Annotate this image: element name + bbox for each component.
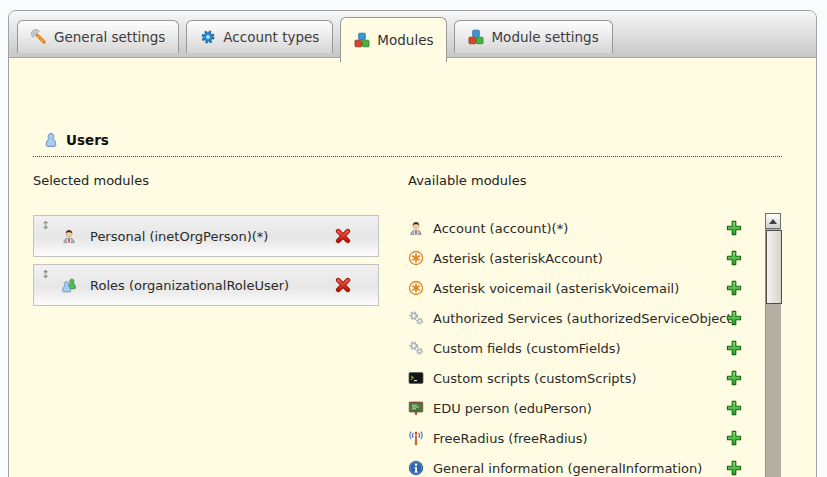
module-label: Asterisk voicemail (asteriskVoicemail) xyxy=(433,281,725,296)
tab-general-settings[interactable]: General settings xyxy=(17,20,179,53)
tab-modules[interactable]: Modules xyxy=(340,17,447,62)
asterisk-icon xyxy=(408,280,424,296)
drag-handle-icon[interactable]: ↕ xyxy=(41,219,56,232)
green-plus-icon xyxy=(726,400,742,416)
drag-handle-icon[interactable]: ↕ xyxy=(41,268,56,281)
tab-bar: General settings Account types Modules M… xyxy=(9,11,816,58)
red-x-icon xyxy=(335,277,351,293)
chalkboard-icon xyxy=(408,400,424,416)
scrollbar-track[interactable] xyxy=(765,229,781,477)
add-module-button[interactable] xyxy=(726,250,742,266)
green-plus-icon xyxy=(726,310,742,326)
tab-module-settings[interactable]: Module settings xyxy=(454,20,612,53)
add-module-button[interactable] xyxy=(726,430,742,446)
available-modules-panel: Available modules Account (account)(*) A… xyxy=(408,173,781,477)
green-plus-icon xyxy=(726,250,742,266)
module-label: Personal (inetOrgPerson)(*) xyxy=(90,229,330,244)
selected-modules-list: ↕ Personal (inetOrgPerson)(*) ↕ Roles (o… xyxy=(33,215,379,306)
user-icon xyxy=(43,132,59,148)
selected-module-row: ↕ Roles (organizationalRoleUser) xyxy=(33,264,379,306)
module-label: Asterisk (asteriskAccount) xyxy=(433,251,725,266)
antenna-icon xyxy=(408,430,424,446)
available-modules-list: Account (account)(*) Asterisk (asteriskA… xyxy=(408,213,781,477)
module-label: General information (generalInformation) xyxy=(433,461,725,476)
add-module-button[interactable] xyxy=(726,460,742,476)
module-label: Custom scripts (customScripts) xyxy=(433,371,725,386)
selected-module-row: ↕ Personal (inetOrgPerson)(*) xyxy=(33,215,379,257)
selected-modules-heading: Selected modules xyxy=(33,173,379,187)
green-plus-icon xyxy=(726,460,742,476)
section-title: Users xyxy=(66,132,109,148)
green-plus-icon xyxy=(726,280,742,296)
available-modules-heading: Available modules xyxy=(408,173,781,187)
available-module-row: Asterisk (asteriskAccount) xyxy=(408,243,781,273)
available-module-row: Authorized Services (authorizedServiceOb… xyxy=(408,303,781,333)
gears-icon xyxy=(408,340,424,356)
available-module-row: FreeRadius (freeRadius) xyxy=(408,423,781,453)
remove-module-button[interactable] xyxy=(335,277,351,293)
scrollbar-up-button[interactable] xyxy=(765,213,781,229)
module-label: Account (account)(*) xyxy=(433,221,725,236)
module-label: EDU person (eduPerson) xyxy=(433,401,725,416)
add-module-button[interactable] xyxy=(726,370,742,386)
gears-icon xyxy=(408,310,424,326)
green-plus-icon xyxy=(726,430,742,446)
available-module-row: Account (account)(*) xyxy=(408,213,781,243)
modules-icon xyxy=(354,32,370,48)
wrench-icon xyxy=(31,29,47,45)
tab-account-types[interactable]: Account types xyxy=(186,20,333,53)
available-module-row: Custom fields (customFields) xyxy=(408,333,781,363)
modules-icon xyxy=(468,29,484,45)
add-module-button[interactable] xyxy=(726,280,742,296)
add-module-button[interactable] xyxy=(726,220,742,236)
green-plus-icon xyxy=(726,340,742,356)
add-module-button[interactable] xyxy=(726,310,742,326)
available-modules-list-wrap: Account (account)(*) Asterisk (asteriskA… xyxy=(408,213,781,477)
users-section-header: Users xyxy=(33,132,782,157)
green-plus-icon xyxy=(726,370,742,386)
person-icon xyxy=(408,220,424,236)
remove-module-button[interactable] xyxy=(335,228,351,244)
terminal-icon xyxy=(408,370,424,386)
module-label: Roles (organizationalRoleUser) xyxy=(90,278,330,293)
up-arrow-icon xyxy=(769,219,777,224)
scrollbar-thumb[interactable] xyxy=(766,230,782,304)
available-module-row: EDU person (eduPerson) xyxy=(408,393,781,423)
red-x-icon xyxy=(335,228,351,244)
available-module-row: General information (generalInformation) xyxy=(408,453,781,477)
add-module-button[interactable] xyxy=(726,400,742,416)
available-module-row: Custom scripts (customScripts) xyxy=(408,363,781,393)
module-label: Authorized Services (authorizedServiceOb… xyxy=(433,311,737,326)
module-label: FreeRadius (freeRadius) xyxy=(433,431,725,446)
info-icon xyxy=(408,460,424,476)
asterisk-icon xyxy=(408,250,424,266)
gear-icon xyxy=(200,29,216,45)
selected-modules-panel: Selected modules ↕ Personal (inetOrgPers… xyxy=(33,173,379,306)
green-plus-icon xyxy=(726,220,742,236)
add-module-button[interactable] xyxy=(726,340,742,356)
group-icon xyxy=(61,277,77,293)
modules-tab-content: Users Selected modules ↕ Personal (inetO… xyxy=(9,58,816,477)
module-label: Custom fields (customFields) xyxy=(433,341,725,356)
lam-configuration-window: General settings Account types Modules M… xyxy=(8,10,817,477)
person-icon xyxy=(61,228,77,244)
scrollbar xyxy=(765,213,781,477)
available-module-row: Asterisk voicemail (asteriskVoicemail) xyxy=(408,273,781,303)
